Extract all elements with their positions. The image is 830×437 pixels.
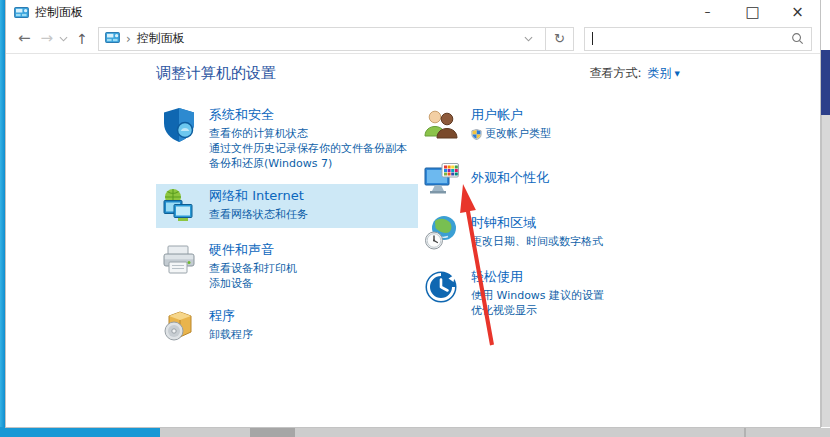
navigation-bar: ← → ↑ › 控制面板 ↻ bbox=[6, 24, 820, 54]
sub-link-label: 卸载程序 bbox=[209, 328, 253, 342]
sub-link-label: 查看设备和打印机 bbox=[209, 262, 297, 276]
category-sub-link[interactable]: 更改日期、时间或数字格式 bbox=[471, 235, 603, 249]
breadcrumb-chevron-icon: › bbox=[126, 32, 131, 46]
forward-button[interactable]: → bbox=[41, 31, 54, 46]
background-bottom-bar-dark-segment bbox=[250, 428, 295, 437]
programs-icon bbox=[160, 307, 198, 345]
address-bar[interactable]: › 控制面板 bbox=[98, 27, 546, 51]
category-title-link[interactable]: 程序 bbox=[209, 307, 253, 325]
sub-link-label: 查看你的计算机状态 bbox=[209, 127, 308, 141]
category-sub-link[interactable]: 优化视觉显示 bbox=[471, 304, 604, 318]
security-shield-icon bbox=[160, 106, 198, 144]
up-button[interactable]: ↑ bbox=[76, 32, 88, 46]
background-bottom-bar-blue-segment bbox=[0, 427, 160, 437]
sub-link-label: 备份和还原(Windows 7) bbox=[209, 157, 332, 171]
sub-link-label: 使用 Windows 建议的设置 bbox=[471, 289, 604, 303]
maximize-button[interactable]: □ bbox=[730, 0, 775, 24]
window-controls: – □ × bbox=[685, 0, 820, 24]
category-title-link[interactable]: 系统和安全 bbox=[209, 106, 407, 124]
category-item: 硬件和声音查看设备和打印机添加设备 bbox=[156, 238, 418, 294]
search-icon bbox=[791, 32, 804, 45]
background-window-right-edge-gray bbox=[821, 115, 830, 427]
refresh-button[interactable]: ↻ bbox=[546, 27, 574, 51]
category-item: 用户帐户更改帐户类型 bbox=[418, 103, 680, 147]
category-item: 网络和 Internet查看网络状态和任务 bbox=[156, 184, 418, 228]
category-column-right: 用户帐户更改帐户类型外观和个性化时钟和区域更改日期、时间或数字格式轻松使用使用 … bbox=[418, 103, 680, 358]
caret-down-icon: ▼ bbox=[675, 70, 680, 78]
uac-shield-icon bbox=[471, 129, 482, 140]
category-sub-link[interactable]: 卸载程序 bbox=[209, 328, 253, 342]
category-sub-link[interactable]: 使用 Windows 建议的设置 bbox=[471, 289, 604, 303]
category-title-link[interactable]: 硬件和声音 bbox=[209, 241, 297, 259]
category-item: 外观和个性化 bbox=[418, 157, 680, 201]
address-dropdown-chevron-icon[interactable] bbox=[518, 36, 539, 42]
hardware-sound-icon bbox=[160, 241, 198, 279]
category-sub-link[interactable]: 查看网络状态和任务 bbox=[209, 208, 308, 222]
breadcrumb-control-panel[interactable]: 控制面板 bbox=[137, 30, 185, 47]
clock-region-icon bbox=[422, 214, 460, 252]
sub-link-label: 添加设备 bbox=[209, 277, 253, 291]
search-input[interactable] bbox=[584, 27, 812, 51]
sub-link-label: 更改帐户类型 bbox=[485, 127, 551, 141]
category-title-link[interactable]: 外观和个性化 bbox=[471, 169, 549, 187]
sub-link-label: 通过文件历史记录保存你的文件备份副本 bbox=[209, 142, 407, 156]
category-sub-link[interactable]: 添加设备 bbox=[209, 277, 297, 291]
category-item: 程序卸载程序 bbox=[156, 304, 418, 348]
appearance-personalization-icon bbox=[422, 160, 460, 198]
sub-link-label: 更改日期、时间或数字格式 bbox=[471, 235, 603, 249]
control-panel-window: 控制面板 – □ × ← → ↑ › 控制面板 ↻ bbox=[5, 0, 821, 428]
network-internet-icon bbox=[160, 187, 198, 225]
background-window-right-edge-blue bbox=[821, 50, 830, 115]
control-panel-icon bbox=[105, 32, 120, 46]
window-title: 控制面板 bbox=[35, 4, 83, 21]
view-by-value: 类别 bbox=[648, 65, 672, 82]
category-title-link[interactable]: 时钟和区域 bbox=[471, 214, 603, 232]
category-sub-link[interactable]: 更改帐户类型 bbox=[471, 127, 551, 141]
ease-of-access-icon bbox=[422, 268, 460, 306]
category-item: 时钟和区域更改日期、时间或数字格式 bbox=[418, 211, 680, 255]
text-caret bbox=[592, 32, 593, 45]
back-button[interactable]: ← bbox=[18, 31, 31, 46]
category-title-link[interactable]: 网络和 Internet bbox=[209, 187, 308, 205]
category-title-link[interactable]: 轻松使用 bbox=[471, 268, 604, 286]
view-by-dropdown[interactable]: 类别 ▼ bbox=[648, 65, 680, 82]
view-by-label: 查看方式: bbox=[590, 65, 642, 82]
close-button[interactable]: × bbox=[775, 0, 820, 24]
category-item: 系统和安全查看你的计算机状态通过文件历史记录保存你的文件备份副本备份和还原(Wi… bbox=[156, 103, 418, 174]
recent-pages-chevron-icon[interactable] bbox=[59, 36, 68, 42]
control-panel-icon bbox=[14, 7, 29, 18]
category-column-left: 系统和安全查看你的计算机状态通过文件历史记录保存你的文件备份副本备份和还原(Wi… bbox=[156, 103, 418, 358]
sub-link-label: 优化视觉显示 bbox=[471, 304, 537, 318]
category-title-link[interactable]: 用户帐户 bbox=[471, 106, 551, 124]
background-bottom-bar-divider bbox=[744, 428, 746, 437]
category-item: 轻松使用使用 Windows 建议的设置优化视觉显示 bbox=[418, 265, 680, 321]
category-sub-link[interactable]: 查看你的计算机状态 bbox=[209, 127, 407, 141]
category-sub-link[interactable]: 备份和还原(Windows 7) bbox=[209, 157, 407, 171]
main-content: 调整计算机的设置 查看方式: 类别 ▼ 系统和安全查看你的计算机状态通过文件历史… bbox=[156, 54, 680, 358]
category-sub-link[interactable]: 通过文件历史记录保存你的文件备份副本 bbox=[209, 142, 407, 156]
minimize-button[interactable]: – bbox=[685, 0, 730, 24]
page-title: 调整计算机的设置 bbox=[156, 64, 276, 83]
sub-link-label: 查看网络状态和任务 bbox=[209, 208, 308, 222]
category-sub-link[interactable]: 查看设备和打印机 bbox=[209, 262, 297, 276]
user-accounts-icon bbox=[422, 106, 460, 144]
title-bar: 控制面板 – □ × bbox=[6, 0, 820, 24]
